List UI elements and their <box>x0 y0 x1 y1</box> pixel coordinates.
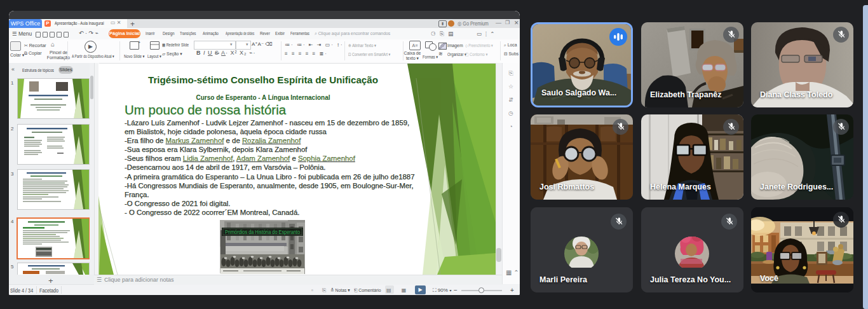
svg-text:Primórdios da História do Espe: Primórdios da História do Esperanto <box>225 229 300 235</box>
